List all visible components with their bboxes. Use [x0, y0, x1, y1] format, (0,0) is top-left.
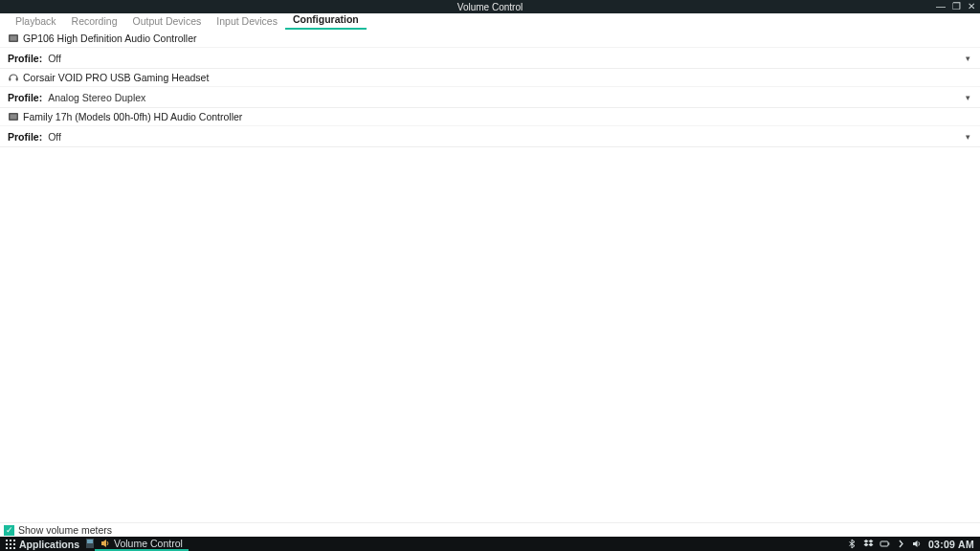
- bluetooth-icon[interactable]: [847, 539, 858, 549]
- system-tray: 03:09 AM: [841, 539, 980, 550]
- profile-label: Profile:: [8, 131, 42, 143]
- taskbar-task-volume-control[interactable]: Volume Control: [95, 537, 189, 551]
- device-name: Corsair VOID PRO USB Gaming Headset: [23, 72, 209, 83]
- svg-rect-6: [6, 540, 8, 541]
- clock[interactable]: 03:09 AM: [928, 539, 974, 550]
- sound-card-icon: [8, 33, 19, 44]
- tab-configuration[interactable]: Configuration: [285, 11, 367, 30]
- device-card: Corsair VOID PRO USB Gaming Headset Prof…: [0, 69, 980, 108]
- checkbox-icon: ✓: [4, 525, 14, 536]
- svg-rect-1: [11, 36, 17, 41]
- svg-rect-14: [13, 547, 15, 549]
- profile-value: Off: [48, 131, 966, 143]
- svg-marker-17: [101, 540, 106, 547]
- profile-selector[interactable]: Profile: Analog Stereo Duplex ▾: [0, 86, 980, 107]
- device-card: GP106 High Definition Audio Controller P…: [0, 30, 980, 69]
- window-controls: — ❐ ✕: [936, 0, 976, 13]
- battery-icon[interactable]: [880, 539, 890, 549]
- headset-icon: [8, 72, 19, 83]
- svg-rect-11: [13, 543, 15, 545]
- tab-bar: Playback Recording Output Devices Input …: [0, 13, 980, 30]
- show-desktop-button[interactable]: [85, 537, 95, 551]
- close-button[interactable]: ✕: [967, 0, 976, 13]
- chevron-down-icon: ▾: [966, 54, 970, 63]
- device-header: GP106 High Definition Audio Controller: [0, 30, 980, 47]
- chevron-right-icon[interactable]: [896, 539, 906, 549]
- profile-value: Analog Stereo Duplex: [48, 92, 966, 103]
- maximize-button[interactable]: ❐: [951, 0, 961, 13]
- svg-rect-22: [880, 541, 888, 546]
- tab-playback[interactable]: Playback: [8, 13, 64, 30]
- svg-marker-21: [868, 543, 873, 547]
- chevron-down-icon: ▾: [966, 132, 970, 142]
- profile-value: Off: [48, 53, 966, 64]
- svg-marker-19: [868, 540, 873, 543]
- profile-label: Profile:: [8, 92, 42, 103]
- svg-marker-20: [863, 543, 868, 547]
- profile-selector[interactable]: Profile: Off ▾: [0, 125, 980, 146]
- window-title: Volume Control: [457, 2, 523, 12]
- svg-rect-10: [10, 543, 11, 545]
- applications-menu-label: Applications: [19, 539, 79, 550]
- applications-menu-button[interactable]: Applications: [0, 537, 85, 551]
- svg-rect-13: [10, 547, 11, 549]
- svg-rect-12: [6, 547, 8, 549]
- profile-label: Profile:: [8, 53, 42, 64]
- svg-rect-5: [11, 115, 17, 120]
- svg-rect-8: [13, 540, 15, 541]
- device-header: Family 17h (Models 00h-0fh) HD Audio Con…: [0, 108, 980, 125]
- tab-output-devices[interactable]: Output Devices: [124, 13, 209, 30]
- configuration-panel: GP106 High Definition Audio Controller P…: [0, 30, 980, 522]
- svg-rect-9: [6, 543, 8, 545]
- apps-grid-icon: [6, 540, 15, 549]
- speaker-icon: [100, 539, 110, 548]
- sound-card-icon: [8, 111, 19, 122]
- show-volume-meters-row[interactable]: ✓ Show volume meters: [0, 522, 980, 537]
- device-name: Family 17h (Models 00h-0fh) HD Audio Con…: [23, 111, 242, 122]
- device-header: Corsair VOID PRO USB Gaming Headset: [0, 69, 980, 86]
- device-card: Family 17h (Models 00h-0fh) HD Audio Con…: [0, 108, 980, 147]
- taskbar-task-label: Volume Control: [114, 538, 183, 549]
- taskbar: Applications Volume Control 03:09 AM: [0, 537, 980, 551]
- svg-marker-18: [863, 540, 868, 543]
- profile-selector[interactable]: Profile: Off ▾: [0, 47, 980, 68]
- svg-rect-2: [9, 78, 11, 81]
- svg-marker-24: [913, 540, 918, 547]
- svg-rect-23: [888, 542, 889, 544]
- minimize-button[interactable]: —: [936, 0, 946, 13]
- svg-rect-16: [87, 540, 93, 543]
- tab-recording[interactable]: Recording: [64, 13, 125, 30]
- show-volume-meters-label: Show volume meters: [18, 524, 112, 536]
- svg-rect-7: [10, 540, 11, 541]
- window-titlebar: Volume Control — ❐ ✕: [0, 0, 980, 13]
- chevron-down-icon: ▾: [966, 93, 970, 102]
- dropbox-icon[interactable]: [863, 539, 874, 549]
- volume-icon[interactable]: [912, 539, 923, 549]
- device-name: GP106 High Definition Audio Controller: [23, 33, 197, 44]
- tab-input-devices[interactable]: Input Devices: [209, 13, 285, 30]
- svg-rect-3: [16, 78, 18, 81]
